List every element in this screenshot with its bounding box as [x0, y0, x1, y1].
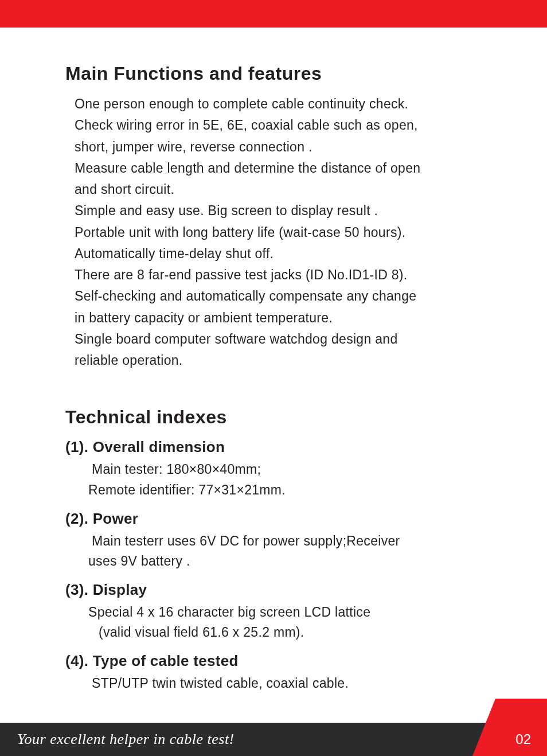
feature-line: in battery capacity or ambient temperatu…: [71, 307, 501, 329]
tech-line: Main testerr uses 6V DC for power supply…: [88, 531, 501, 552]
footer-red-corner: [472, 699, 547, 756]
section-title-main-functions: Main Functions and features: [65, 63, 501, 84]
feature-line: short, jumper wire, reverse connection .: [71, 137, 501, 158]
tech-line: Main tester: 180×80×40mm;: [88, 459, 501, 480]
feature-line: Self-checking and automatically compensa…: [71, 286, 501, 307]
feature-line: Portable unit with long battery life (wa…: [71, 222, 501, 243]
tech-item-display: (3). Display Special 4 x 16 character bi…: [65, 581, 501, 643]
tech-heading: (1). Overall dimension: [65, 438, 501, 456]
svg-marker-0: [472, 699, 547, 756]
feature-line: reliable operation.: [71, 350, 501, 371]
page-number: 02: [515, 723, 531, 756]
page-footer: Your excellent helper in cable test! 02: [0, 723, 547, 756]
tech-body: Special 4 x 16 character big screen LCD …: [65, 602, 501, 643]
tech-heading: (4). Type of cable tested: [65, 652, 501, 670]
feature-line: Single board computer software watchdog …: [71, 329, 501, 350]
tech-item-cable-type: (4). Type of cable tested STP/UTP twin t…: [65, 652, 501, 694]
tech-line: Remote identifier: 77×31×21mm.: [88, 480, 501, 501]
tech-heading: (3). Display: [65, 581, 501, 599]
tech-item-power: (2). Power Main testerr uses 6V DC for p…: [65, 510, 501, 572]
tech-line: Special 4 x 16 character big screen LCD …: [88, 602, 501, 623]
features-list: One person enough to complete cable cont…: [65, 93, 501, 371]
feature-line: One person enough to complete cable cont…: [71, 93, 501, 115]
tech-line: (valid visual field 61.6 x 25.2 mm).: [88, 622, 501, 643]
tech-body: STP/UTP twin twisted cable, coaxial cabl…: [65, 673, 501, 694]
feature-line: Simple and easy use. Big screen to displ…: [71, 200, 501, 221]
tech-line: STP/UTP twin twisted cable, coaxial cabl…: [88, 673, 501, 694]
feature-line: Check wiring error in 5E, 6E, coaxial ca…: [71, 115, 501, 136]
section-title-technical-indexes: Technical indexes: [65, 407, 501, 428]
feature-line: Automatically time-delay shut off.: [71, 243, 501, 264]
feature-line: There are 8 far-end passive test jacks (…: [71, 264, 501, 286]
feature-line: Measure cable length and determine the d…: [71, 158, 501, 179]
tech-item-dimension: (1). Overall dimension Main tester: 180×…: [65, 438, 501, 500]
top-red-bar: [0, 0, 547, 28]
feature-line: and short circuit.: [71, 179, 501, 200]
tech-body: Main tester: 180×80×40mm; Remote identif…: [65, 459, 501, 500]
footer-tagline: Your excellent helper in cable test!: [17, 723, 235, 756]
tech-line: uses 9V battery .: [88, 551, 501, 572]
tech-body: Main testerr uses 6V DC for power supply…: [65, 531, 501, 572]
page-content: Main Functions and features One person e…: [0, 28, 547, 694]
tech-heading: (2). Power: [65, 510, 501, 528]
